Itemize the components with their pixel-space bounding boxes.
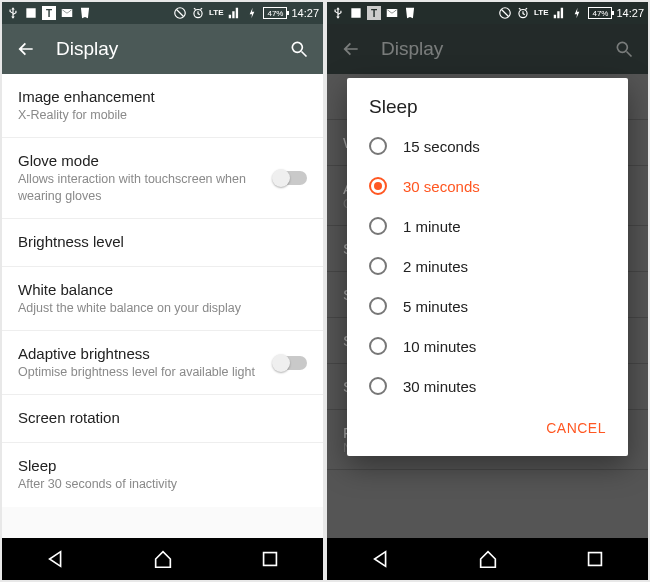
alarm-icon (191, 6, 205, 20)
svg-line-7 (501, 10, 508, 17)
option-label: 30 seconds (403, 178, 480, 195)
radio-icon (369, 177, 387, 195)
option-2-minutes[interactable]: 2 minutes (347, 246, 628, 286)
nav-bar (2, 538, 323, 580)
row-subtitle: X-Reality for mobile (18, 107, 307, 123)
option-label: 10 minutes (403, 338, 476, 355)
signal-icon (227, 6, 241, 20)
svg-rect-11 (588, 553, 601, 566)
left-phone: T LTE 47% 14:27 Display Image enhancemen… (2, 2, 323, 580)
svg-line-4 (302, 52, 307, 57)
dialog-title: Sleep (347, 96, 628, 126)
radio-icon (369, 377, 387, 395)
row-title: White balance (18, 281, 307, 298)
settings-list: Image enhancement X-Reality for mobile G… (2, 74, 323, 538)
app-bar: Display (2, 24, 323, 74)
right-phone: T LTE 47% 14:27 Display W AO S S S S (327, 2, 648, 580)
radio-icon (369, 217, 387, 235)
status-bar: T LTE 47% 14:27 (327, 2, 648, 24)
charging-icon (245, 6, 259, 20)
option-15-seconds[interactable]: 15 seconds (347, 126, 628, 166)
row-brightness-level[interactable]: Brightness level (2, 219, 323, 267)
option-label: 1 minute (403, 218, 461, 235)
sleep-dialog: Sleep 15 seconds 30 seconds 1 minute 2 m… (347, 78, 628, 456)
text-icon: T (42, 6, 56, 20)
appbar-title: Display (381, 38, 594, 60)
row-white-balance[interactable]: White balance Adjust the white balance o… (2, 267, 323, 331)
nav-bar (327, 538, 648, 580)
option-label: 5 minutes (403, 298, 468, 315)
appbar-title: Display (56, 38, 269, 60)
nav-home-icon[interactable] (152, 548, 174, 570)
nav-recent-icon[interactable] (259, 548, 281, 570)
app-icon (403, 6, 417, 20)
option-10-minutes[interactable]: 10 minutes (347, 326, 628, 366)
radio-icon (369, 137, 387, 155)
option-label: 15 seconds (403, 138, 480, 155)
radio-icon (369, 297, 387, 315)
row-sleep[interactable]: Sleep After 30 seconds of inactivity (2, 443, 323, 506)
option-label: 30 minutes (403, 378, 476, 395)
nav-back-icon[interactable] (370, 548, 392, 570)
back-icon (341, 39, 361, 59)
image-icon (349, 6, 363, 20)
nav-home-icon[interactable] (477, 548, 499, 570)
clock-time: 14:27 (616, 7, 644, 19)
option-30-minutes[interactable]: 30 minutes (347, 366, 628, 406)
row-title: Adaptive brightness (18, 345, 261, 362)
image-icon (24, 6, 38, 20)
no-disturb-icon (498, 6, 512, 20)
row-subtitle: Adjust the white balance on your display (18, 300, 307, 316)
mail-icon (385, 6, 399, 20)
row-adaptive-brightness[interactable]: Adaptive brightness Optimise brightness … (2, 331, 323, 395)
row-image-enhancement[interactable]: Image enhancement X-Reality for mobile (2, 74, 323, 138)
cancel-button[interactable]: CANCEL (538, 414, 614, 442)
svg-point-3 (292, 42, 302, 52)
lte-label: LTE (209, 9, 224, 17)
app-icon (78, 6, 92, 20)
search-icon (614, 39, 634, 59)
mail-icon (60, 6, 74, 20)
svg-point-9 (617, 42, 627, 52)
svg-rect-5 (263, 553, 276, 566)
option-30-seconds[interactable]: 30 seconds (347, 166, 628, 206)
nav-back-icon[interactable] (45, 548, 67, 570)
option-1-minute[interactable]: 1 minute (347, 206, 628, 246)
no-disturb-icon (173, 6, 187, 20)
alarm-icon (516, 6, 530, 20)
svg-line-10 (627, 52, 632, 57)
signal-icon (552, 6, 566, 20)
charging-icon (570, 6, 584, 20)
glove-mode-switch[interactable] (273, 171, 307, 185)
row-subtitle: Optimise brightness level for available … (18, 364, 261, 380)
row-subtitle: Allows interaction with touchscreen when… (18, 171, 261, 204)
row-title: Image enhancement (18, 88, 307, 105)
row-title: Sleep (18, 457, 307, 474)
nav-recent-icon[interactable] (584, 548, 606, 570)
row-title: Glove mode (18, 152, 261, 169)
radio-icon (369, 337, 387, 355)
radio-icon (369, 257, 387, 275)
row-title: Brightness level (18, 233, 307, 250)
row-screen-rotation[interactable]: Screen rotation (2, 395, 323, 443)
battery-indicator: 47% (588, 7, 612, 19)
text-icon: T (367, 6, 381, 20)
row-subtitle: After 30 seconds of inactivity (18, 476, 307, 492)
clock-time: 14:27 (291, 7, 319, 19)
status-bar: T LTE 47% 14:27 (2, 2, 323, 24)
battery-indicator: 47% (263, 7, 287, 19)
usb-icon (331, 6, 345, 20)
svg-line-1 (176, 10, 183, 17)
adaptive-brightness-switch[interactable] (273, 356, 307, 370)
option-5-minutes[interactable]: 5 minutes (347, 286, 628, 326)
row-title: Screen rotation (18, 409, 307, 426)
back-icon[interactable] (16, 39, 36, 59)
search-icon[interactable] (289, 39, 309, 59)
usb-icon (6, 6, 20, 20)
app-bar: Display (327, 24, 648, 74)
row-glove-mode[interactable]: Glove mode Allows interaction with touch… (2, 138, 323, 219)
option-label: 2 minutes (403, 258, 468, 275)
lte-label: LTE (534, 9, 549, 17)
